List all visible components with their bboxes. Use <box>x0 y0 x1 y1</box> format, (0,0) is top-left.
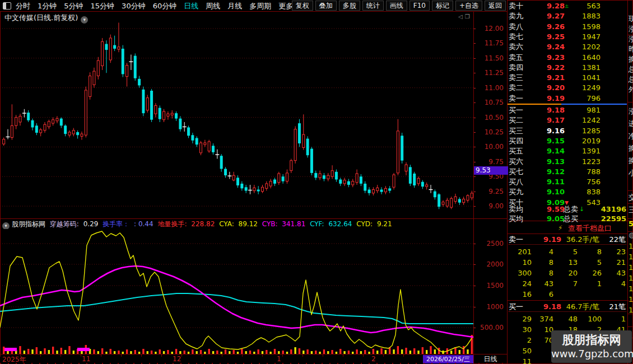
clipped-char: 三 <box>629 205 633 215</box>
menu-item-2[interactable]: 5分钟 <box>64 2 83 10</box>
collapse-icon[interactable]: ▾ <box>2 222 10 229</box>
toolbar-button-3[interactable]: 统计 <box>362 1 384 11</box>
total-volume: 22595 <box>601 214 626 224</box>
sliver-separator <box>628 231 633 232</box>
chart-title: 中文传媒(日线.前复权)▾ <box>4 13 88 24</box>
back-icon[interactable]: ◁ <box>458 13 465 20</box>
clipped-right-panel: 现涨涨昨换总总外涨进净换换小交三5◍1111111 <box>628 0 633 364</box>
queue-cell: 100 <box>579 314 602 324</box>
clipped-char: 小 <box>629 168 633 178</box>
indicator-field-label-5: CYF: <box>310 220 326 228</box>
menu-item-9[interactable]: 多周期 <box>249 2 271 10</box>
order-book-row-buy-8[interactable]: 买九9.10838 <box>508 187 627 197</box>
indicator-chart[interactable] <box>0 229 473 354</box>
menu-item-6[interactable]: 日线 <box>184 2 198 10</box>
order-book-row-sell-6[interactable]: 卖四9.221381 <box>508 63 627 73</box>
toolbar-button-6[interactable]: 标记 <box>432 1 453 11</box>
average-label: 买均 <box>509 214 523 224</box>
queue-row: 29374481001 <box>508 314 627 324</box>
order-volume: 838 <box>587 187 601 197</box>
indicator-axis-label: 2000 <box>486 260 504 268</box>
order-book-row-sell-7[interactable]: 卖三9.211041 <box>508 73 627 83</box>
order-book-row-buy-2[interactable]: 买三9.161285 <box>508 126 627 136</box>
candlestick-chart[interactable] <box>0 12 473 218</box>
toolbar-button-5[interactable]: F10 <box>409 1 430 11</box>
order-book-row-sell-2[interactable]: 卖八9.261598 <box>508 22 627 32</box>
indicator-axis-label: 2500 <box>486 240 504 248</box>
order-book-row-sell-5[interactable]: 卖五9.231640 <box>508 53 627 63</box>
menu-item-4[interactable]: 30分钟 <box>122 2 146 10</box>
indicator-field-label-6: CYD: <box>356 220 375 228</box>
average-price: 9.05 <box>547 214 565 224</box>
order-level-label: 买一 <box>509 105 523 115</box>
clipped-digit: 1 <box>629 295 633 304</box>
order-book-row-sell-3[interactable]: 卖七9.251947 <box>508 32 627 42</box>
order-price: 9.12 <box>547 167 565 177</box>
order-book-row-sell-8[interactable]: 卖二9.201249 <box>508 83 627 93</box>
sliver-separator <box>628 35 633 35</box>
menu-item-0[interactable]: 分时 <box>16 2 30 10</box>
queue-price: 9.19 <box>543 235 561 244</box>
order-book-row-buy-6[interactable]: 买七9.12788 <box>508 167 627 177</box>
queue-cell: 43 <box>531 278 553 289</box>
indicator-field-value-6: 9.21 <box>377 220 392 228</box>
queue-cell: 8 <box>579 246 602 257</box>
toolbar-button-2[interactable]: 多股 <box>339 1 360 11</box>
order-price: 9.13 <box>547 157 565 167</box>
menu-item-7[interactable]: 周线 <box>206 2 220 10</box>
order-book-row-buy-0[interactable]: 买一9.18981 <box>508 105 627 115</box>
order-book-row-sell-4[interactable]: 卖六9.241202 <box>508 42 627 52</box>
order-book-row-buy-5[interactable]: 买六9.131223 <box>508 157 627 167</box>
clipped-char: 净 <box>629 131 633 141</box>
indicator-field-label-0: 穿越筹码: <box>50 220 81 228</box>
order-price: 9.24 <box>547 42 565 52</box>
indicator-axis-label: 1500 <box>486 282 504 290</box>
order-book-row-sell-1[interactable]: 卖九9.271883 <box>508 11 627 21</box>
order-level-label: 买三 <box>509 126 523 136</box>
order-book-row-sell-0[interactable]: 卖十9.28±563 <box>508 1 627 11</box>
menu-item-8[interactable]: 月线 <box>227 2 242 10</box>
order-book-row-buy-1[interactable]: 买二9.171242 <box>508 115 627 125</box>
toolbar-button-8[interactable]: 返回 <box>485 1 506 11</box>
layout-toggle-icon[interactable] <box>3 2 11 10</box>
order-book-row-buy-3[interactable]: 买四9.152019 <box>508 136 627 146</box>
queue-cell: 13 <box>555 257 578 268</box>
date-axis-label: 11 <box>82 355 90 363</box>
watermark-url: www.7gpzb.com <box>551 348 632 360</box>
indicator-field-value-1: : 0.44 <box>134 220 155 228</box>
clipped-icon: ◍ <box>629 231 633 239</box>
order-level-label: 卖一 <box>509 94 523 104</box>
indicator-values: 穿越筹码: 0.29 换手率： : 0.44 地量换手: 228.82 CYA:… <box>50 220 394 228</box>
sliver-separator <box>628 102 633 102</box>
order-volume: 756 <box>587 177 601 187</box>
menu-item-3[interactable]: 15分钟 <box>91 2 115 10</box>
menu-item-5[interactable]: 60分钟 <box>153 2 177 10</box>
order-price: 9.16 <box>547 126 565 136</box>
window-icon[interactable]: ❐ <box>465 13 472 20</box>
menu-item-1[interactable]: 1分钟 <box>38 2 57 10</box>
indicator-field-value-4: 341.81 <box>282 220 308 228</box>
order-book-row-buy-7[interactable]: 买八9.11756 <box>508 177 627 187</box>
summary-row-1: 买均9.05总买22595 <box>508 214 627 224</box>
price-axis-label: 11.25 <box>485 69 504 77</box>
price-axis-label: 12.00 <box>485 25 504 32</box>
toolbar-button-4[interactable]: 画线 <box>386 1 407 11</box>
order-book-row-sell-9[interactable]: 卖一9.19796 <box>508 94 627 104</box>
toolbar-button-7[interactable]: +自选 <box>455 1 482 11</box>
toolbar-button-0[interactable]: 复权 <box>292 1 313 11</box>
toolbar-button-1[interactable]: 叠加 <box>315 1 337 11</box>
order-volume: 1947 <box>582 32 601 42</box>
clipped-char: 现 <box>629 14 633 24</box>
clipped-digit: 1 <box>629 306 633 314</box>
chevron-down-icon[interactable]: ▾ <box>81 16 88 24</box>
clipped-char: 换 <box>629 54 633 64</box>
indicator-source: 股朋指标网 <box>12 220 45 228</box>
queue-cell: 7 <box>555 278 578 289</box>
order-level-label: 卖四 <box>509 63 523 73</box>
thousand-depth-link[interactable]: ⚡ 查看千档盘口 <box>508 223 627 233</box>
order-volume: 1202 <box>582 42 601 52</box>
order-book-row-buy-4[interactable]: 买五9.141391 <box>508 146 627 156</box>
indicator-header: ▾股朋指标网 穿越筹码: 0.29 换手率： : 0.44 地量换手: 228.… <box>0 220 473 229</box>
order-book: 卖十9.28±563卖九9.271883卖八9.261598卖七9.251947… <box>508 0 627 364</box>
queue-row: 10813521 <box>508 257 627 268</box>
